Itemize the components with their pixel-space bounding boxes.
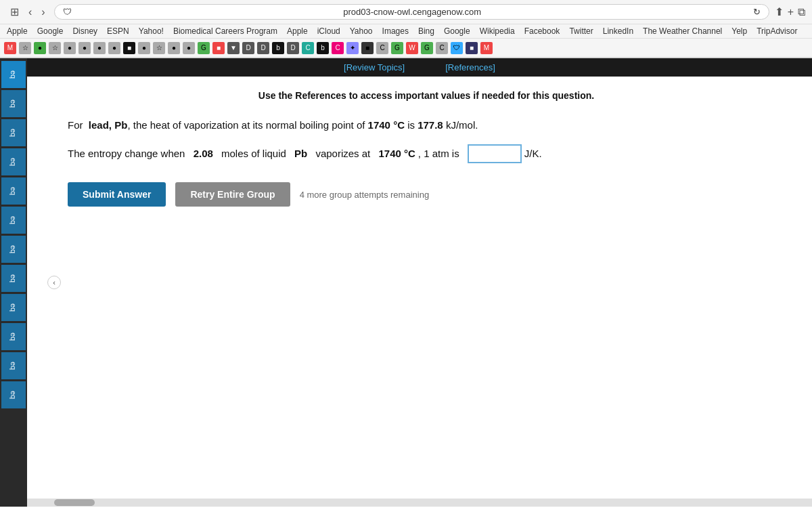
favicon-dark3[interactable]: D xyxy=(257,42,269,54)
favicon-g3[interactable]: G xyxy=(421,42,433,54)
bookmark-item[interactable]: Bing xyxy=(418,26,434,36)
favicon-c2[interactable]: C xyxy=(376,42,388,54)
sidebar-tab-1[interactable]: eq xyxy=(1,90,26,117)
retry-entire-group-button[interactable]: Retry Entire Group xyxy=(175,182,290,207)
sidebar-content-wrapper: ‹ [Review Topics] [References] Use the R… xyxy=(27,58,812,507)
attempts-remaining-text: 4 more group attempts remaining xyxy=(300,190,429,200)
bookmark-item[interactable]: Yelp xyxy=(731,26,747,36)
q-is: is xyxy=(407,119,415,131)
favicon-6[interactable]: ● xyxy=(78,42,91,54)
bookmark-item[interactable]: Twitter xyxy=(569,26,593,36)
temp-value: 1740 °C xyxy=(368,119,405,131)
bookmark-item[interactable]: Apple xyxy=(287,26,308,36)
bookmarks-bar: AppleGoogleDisneyESPNYahoo!Biomedical Ca… xyxy=(0,24,812,39)
moles-value: 2.08 xyxy=(194,146,213,162)
review-topics-link[interactable]: [Review Topics] xyxy=(344,62,405,72)
sidebar-tab-8[interactable]: eq xyxy=(1,294,26,321)
question-line1: For lead, Pb, the heat of vaporization a… xyxy=(68,117,785,133)
favicon-google[interactable]: G xyxy=(198,42,210,54)
sidebar-tab-11[interactable]: eq xyxy=(1,381,26,408)
favicon-purple[interactable]: ✦ xyxy=(346,42,359,54)
references-link[interactable]: [References] xyxy=(445,62,495,72)
scrollbar-thumb[interactable] xyxy=(54,499,95,506)
favicon-dark6[interactable]: ■ xyxy=(466,42,478,54)
favicon-owl[interactable]: C xyxy=(302,42,314,54)
favicon-4[interactable]: ☆ xyxy=(49,42,61,54)
answer-input[interactable] xyxy=(468,144,522,163)
pb-label: Pb xyxy=(294,146,307,162)
favicon-shield[interactable]: 🛡 xyxy=(451,42,463,54)
bookmark-item[interactable]: Yahoo! xyxy=(139,26,164,36)
favicon-13[interactable]: ● xyxy=(183,42,195,54)
favicon-2[interactable]: ☆ xyxy=(19,42,31,54)
favicon-11[interactable]: ☆ xyxy=(153,42,165,54)
favicon-red1[interactable]: ■ xyxy=(212,42,225,54)
sidebar-toggle-btn[interactable]: ⊞ xyxy=(7,4,22,20)
favicon-dark1[interactable]: ▼ xyxy=(227,42,240,54)
favicon-gmail2[interactable]: M xyxy=(480,42,493,54)
favicon-c1[interactable]: C xyxy=(332,42,344,54)
q-prefix: For xyxy=(68,119,83,131)
bookmark-item[interactable]: Google xyxy=(444,26,470,36)
favicon-10[interactable]: ● xyxy=(138,42,150,54)
new-tab-btn[interactable]: + xyxy=(788,6,794,18)
sidebar-tab-2[interactable]: eq xyxy=(1,119,26,146)
favicon-dark5[interactable]: ■ xyxy=(361,42,374,54)
left-sidebar: eqeqeqeqeqeqeqeqeqeqeqeq xyxy=(0,58,27,507)
reload-icon[interactable]: ↻ xyxy=(753,7,761,17)
instruction-text: Use the References to access important v… xyxy=(68,90,785,101)
favicon-7[interactable]: ● xyxy=(93,42,106,54)
favicons-bar: M ☆ ● ☆ ● ● ● ● ■ ● ☆ ● ● G ■ ▼ D D b D … xyxy=(0,39,812,58)
temp2-value: 1740 °C xyxy=(378,146,415,162)
favicon-9[interactable]: ■ xyxy=(123,42,135,54)
share-btn[interactable]: ⬆ xyxy=(775,5,784,18)
submit-answer-button[interactable]: Submit Answer xyxy=(68,182,166,207)
bookmark-item[interactable]: Google xyxy=(37,26,64,36)
browser-toolbar: ⊞ ‹ › 🛡 prod03-cnow-owl.cengagenow.com ↻… xyxy=(0,0,812,24)
address-bar[interactable]: 🛡 prod03-cnow-owl.cengagenow.com ↻ xyxy=(54,4,769,20)
favicon-dark4[interactable]: D xyxy=(287,42,299,54)
q2-mid2: vaporizes at xyxy=(315,146,370,162)
tab-overview-btn[interactable]: ⧉ xyxy=(798,6,805,18)
bookmark-item[interactable]: Yahoo xyxy=(350,26,373,36)
favicon-12[interactable]: ● xyxy=(168,42,180,54)
bookmark-item[interactable]: The Weather Channel xyxy=(643,26,722,36)
sidebar-tab-10[interactable]: eq xyxy=(1,352,26,379)
bookmark-item[interactable]: TripAdvisor xyxy=(757,26,797,36)
browser-chrome: ⊞ ‹ › 🛡 prod03-cnow-owl.cengagenow.com ↻… xyxy=(0,0,812,58)
forward-btn[interactable]: › xyxy=(38,5,48,20)
sidebar-tab-3[interactable]: eq xyxy=(1,148,26,175)
bookmark-item[interactable]: Facebook xyxy=(524,26,560,36)
favicon-gmail[interactable]: M xyxy=(4,42,16,54)
sidebar-tab-9[interactable]: eq xyxy=(1,323,26,350)
favicon-c3[interactable]: C xyxy=(436,42,448,54)
bookmark-item[interactable]: Images xyxy=(382,26,409,36)
favicon-w[interactable]: W xyxy=(406,42,418,54)
element-name: lead, Pb xyxy=(89,119,128,131)
bookmark-item[interactable]: Wikipedia xyxy=(480,26,515,36)
favicon-b2[interactable]: b xyxy=(317,42,329,54)
sidebar-tab-4[interactable]: eq xyxy=(1,177,26,205)
bookmark-item[interactable]: Disney xyxy=(72,26,97,36)
bookmark-item[interactable]: iCloud xyxy=(317,26,340,36)
content-area: [Review Topics] [References] Use the Ref… xyxy=(27,58,812,507)
security-icon: 🛡 xyxy=(63,7,72,17)
sidebar-tab-5[interactable]: eq xyxy=(1,207,26,234)
bookmark-item[interactable]: Biomedical Careers Program xyxy=(173,26,277,36)
favicon-dark2[interactable]: D xyxy=(242,42,254,54)
sidebar-tab-7[interactable]: eq xyxy=(1,265,26,292)
favicon-b1[interactable]: b xyxy=(272,42,284,54)
favicon-3[interactable]: ● xyxy=(34,42,46,54)
browser-actions: ⬆ + ⧉ xyxy=(775,5,805,18)
bookmark-item[interactable]: ESPN xyxy=(107,26,129,36)
favicon-8[interactable]: ● xyxy=(108,42,120,54)
favicon-g2[interactable]: G xyxy=(391,42,403,54)
sidebar-tab-0[interactable]: eq xyxy=(1,61,26,88)
bookmark-item[interactable]: LinkedIn xyxy=(603,26,633,36)
bookmark-item[interactable]: Apple xyxy=(7,26,28,36)
collapse-sidebar-btn[interactable]: ‹ xyxy=(47,276,61,289)
sidebar-tab-6[interactable]: eq xyxy=(1,236,26,263)
favicon-5[interactable]: ● xyxy=(64,42,76,54)
back-btn[interactable]: ‹ xyxy=(25,5,35,20)
horizontal-scrollbar[interactable] xyxy=(27,499,812,507)
